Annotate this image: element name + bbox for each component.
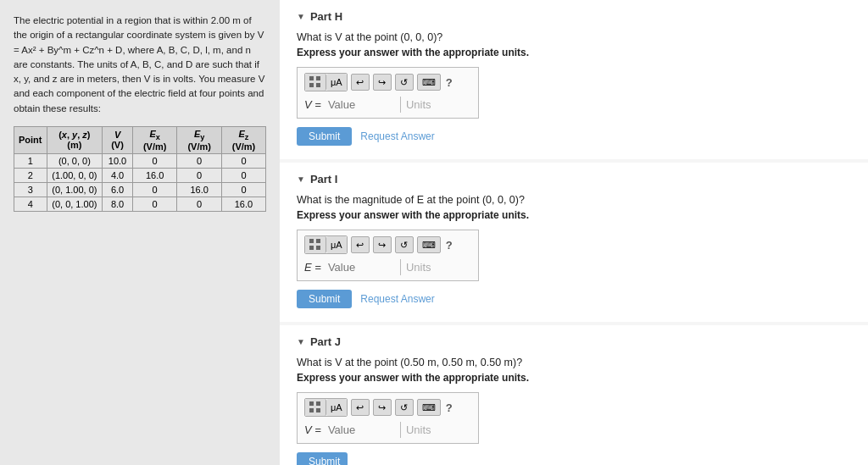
question-text-partH: What is V at the point (0, 0, 0)? xyxy=(297,31,851,43)
table-cell: 0 xyxy=(177,168,222,182)
toolbar-partI: μA ↩ ↪ ↺ ⌨ ? xyxy=(304,235,471,254)
part-header-partJ: ▼ Part J xyxy=(297,335,851,348)
part-header-partI: ▼ Part I xyxy=(297,173,851,185)
help-btn-partI[interactable]: ? xyxy=(446,239,453,252)
button-row-partI: Submit Request Answer xyxy=(297,290,851,308)
undo-btn-partI[interactable]: ↩ xyxy=(351,236,370,253)
table-cell: (0, 1.00, 0) xyxy=(47,182,103,197)
undo-btn-partJ[interactable]: ↩ xyxy=(351,399,370,416)
table-cell: 6.0 xyxy=(103,182,133,197)
format-btn-group-partJ: μA xyxy=(304,398,348,417)
answer-box-partH: μA ↩ ↪ ↺ ⌨ ? V = Units xyxy=(297,67,479,119)
right-panel: ▼ Part H What is V at the point (0, 0, 0… xyxy=(280,0,868,465)
var-label-partJ: V = xyxy=(304,423,321,436)
table-cell: 0 xyxy=(132,153,177,168)
help-btn-partH[interactable]: ? xyxy=(446,76,453,89)
help-btn-partJ[interactable]: ? xyxy=(446,401,453,414)
input-row-partI: E = Units xyxy=(304,259,471,275)
part-header-partH: ▼ Part H xyxy=(297,10,851,23)
redo-btn-partJ[interactable]: ↪ xyxy=(373,399,392,416)
grid-icon-btn-partI[interactable] xyxy=(305,236,326,253)
question-text-partI: What is the magnitude of E at the point … xyxy=(297,194,851,206)
grid-icon-btn-partH[interactable] xyxy=(305,74,326,91)
grid-icon-btn-partJ[interactable] xyxy=(305,399,326,416)
redo-btn-partH[interactable]: ↪ xyxy=(373,74,392,91)
col-header-point: Point xyxy=(14,126,47,153)
reset-btn-partJ[interactable]: ↺ xyxy=(395,399,414,416)
part-section-partJ: ▼ Part J What is V at the point (0.50 m,… xyxy=(280,325,868,465)
col-header-Ey: Ey (V/m) xyxy=(177,126,222,153)
greek-btn-partI[interactable]: μA xyxy=(326,236,347,253)
table-cell: 1 xyxy=(14,153,47,168)
table-cell: 0 xyxy=(177,153,222,168)
submit-btn-partH[interactable]: Submit xyxy=(297,127,352,146)
input-row-partH: V = Units xyxy=(304,97,471,113)
keyboard-btn-partH[interactable]: ⌨ xyxy=(417,74,441,91)
greek-btn-partH[interactable]: μA xyxy=(326,74,347,91)
table-cell: 16.0 xyxy=(221,197,265,211)
col-header-Ez: Ez (V/m) xyxy=(221,126,265,153)
table-cell: 0 xyxy=(132,182,177,197)
col-header-Ex: Ex (V/m) xyxy=(132,126,177,153)
collapse-arrow-partH[interactable]: ▼ xyxy=(297,12,305,21)
part-section-partI: ▼ Part I What is the magnitude of E at t… xyxy=(280,163,868,322)
value-input-partI[interactable] xyxy=(325,259,401,275)
part-label-partJ: Part J xyxy=(310,335,341,348)
request-answer-link-partH[interactable]: Request Answer xyxy=(360,130,434,142)
request-answer-link-partI[interactable]: Request Answer xyxy=(360,293,434,305)
toolbar-partH: μA ↩ ↪ ↺ ⌨ ? xyxy=(304,73,471,91)
keyboard-btn-partJ[interactable]: ⌨ xyxy=(417,399,441,416)
submit-btn-partI[interactable]: Submit xyxy=(297,290,352,308)
table-cell: 4 xyxy=(14,197,47,211)
redo-btn-partI[interactable]: ↪ xyxy=(373,236,392,253)
col-header-V: V (V) xyxy=(103,126,133,153)
keyboard-btn-partI[interactable]: ⌨ xyxy=(417,236,441,253)
input-row-partJ: V = Units xyxy=(304,422,471,438)
table-cell: 16.0 xyxy=(132,168,177,182)
table-cell: 0 xyxy=(132,197,177,211)
col-header-xyz: (x, y, z) (m) xyxy=(47,126,103,153)
button-row-partH: Submit Request Answer xyxy=(297,127,851,146)
table-cell: 16.0 xyxy=(177,182,222,197)
part-label-partH: Part H xyxy=(310,10,342,23)
value-input-partH[interactable] xyxy=(325,97,401,113)
var-label-partH: V = xyxy=(304,98,321,111)
instruction-text-partH: Express your answer with the appropriate… xyxy=(297,47,851,58)
undo-btn-partH[interactable]: ↩ xyxy=(351,74,370,91)
table-cell: 0 xyxy=(221,182,265,197)
collapse-arrow-partJ[interactable]: ▼ xyxy=(297,337,305,346)
problem-description: The electric potential in a region that … xyxy=(14,14,266,116)
table-cell: 3 xyxy=(14,182,47,197)
answer-box-partI: μA ↩ ↪ ↺ ⌨ ? E = Units xyxy=(297,230,479,281)
answer-box-partJ: μA ↩ ↪ ↺ ⌨ ? V = Units xyxy=(297,392,479,444)
table-cell: 8.0 xyxy=(103,197,133,211)
table-cell: 0 xyxy=(221,168,265,182)
submit-btn-partial-partJ[interactable]: Submit xyxy=(297,452,348,465)
units-label-partJ: Units xyxy=(401,422,437,438)
reset-btn-partI[interactable]: ↺ xyxy=(395,236,414,253)
units-label-partH: Units xyxy=(401,97,437,113)
left-panel: The electric potential in a region that … xyxy=(0,0,280,465)
format-btn-group-partH: μA xyxy=(304,73,348,91)
table-cell: 10.0 xyxy=(103,153,133,168)
question-text-partJ: What is V at the point (0.50 m, 0.50 m, … xyxy=(297,357,851,368)
toolbar-partJ: μA ↩ ↪ ↺ ⌨ ? xyxy=(304,398,471,417)
table-cell: 0 xyxy=(177,197,222,211)
table-cell: (0, 0, 0) xyxy=(47,153,103,168)
table-cell: 4.0 xyxy=(103,168,133,182)
collapse-arrow-partI[interactable]: ▼ xyxy=(297,174,305,184)
table-cell: 0 xyxy=(221,153,265,168)
data-table: Point (x, y, z) (m) V (V) Ex (V/m) Ey (V… xyxy=(14,126,266,212)
table-cell: (0, 0, 1.00) xyxy=(47,197,103,211)
table-cell: 2 xyxy=(14,168,47,182)
part-section-partH: ▼ Part H What is V at the point (0, 0, 0… xyxy=(280,0,868,159)
units-label-partI: Units xyxy=(401,259,437,275)
format-btn-group-partI: μA xyxy=(304,235,348,254)
value-input-partJ[interactable] xyxy=(325,422,401,438)
instruction-text-partJ: Express your answer with the appropriate… xyxy=(297,372,851,384)
greek-btn-partJ[interactable]: μA xyxy=(326,399,347,416)
instruction-text-partI: Express your answer with the appropriate… xyxy=(297,209,851,221)
var-label-partI: E = xyxy=(304,261,321,274)
reset-btn-partH[interactable]: ↺ xyxy=(395,74,414,91)
part-label-partI: Part I xyxy=(310,173,338,185)
